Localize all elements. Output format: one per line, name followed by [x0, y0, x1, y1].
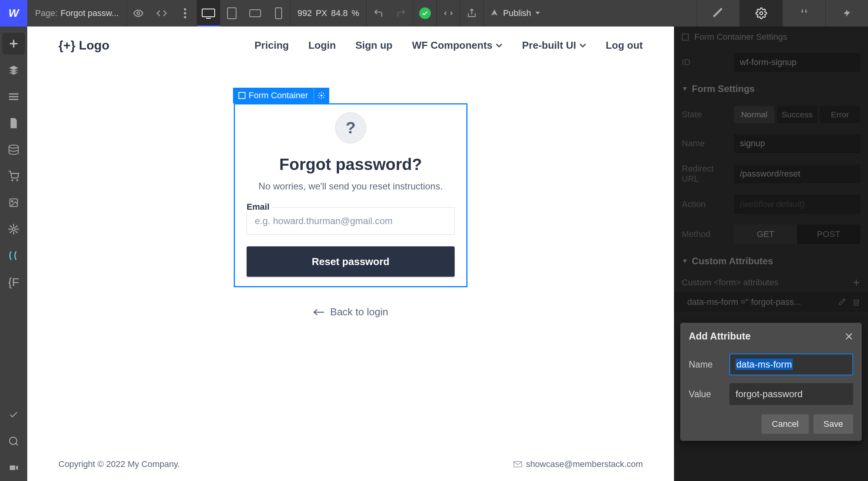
popover-close-icon[interactable]: [845, 332, 853, 341]
symbols-icon[interactable]: [0, 57, 27, 83]
id-input[interactable]: wf-form-signup: [734, 53, 860, 72]
redo-icon[interactable]: [390, 0, 413, 27]
nav-pricing[interactable]: Pricing: [254, 39, 289, 51]
code-export-icon[interactable]: [436, 0, 460, 27]
save-button[interactable]: Save: [813, 414, 853, 434]
email-input[interactable]: e.g. howard.thurman@gmail.com: [247, 208, 455, 235]
nav-wf-components[interactable]: WF Components: [412, 39, 503, 51]
attr-name-input[interactable]: data-ms-form: [729, 354, 853, 375]
reset-password-button[interactable]: Reset password: [247, 246, 455, 277]
app-icon-1[interactable]: [0, 242, 27, 269]
state-normal-button[interactable]: Normal: [734, 106, 774, 123]
page-name: Forgot passw...: [61, 8, 119, 18]
name-input[interactable]: signup: [734, 134, 860, 153]
question-mark-icon: ?: [335, 112, 366, 143]
attribute-entry-row[interactable]: data-ms-form =" forgot-pass...: [674, 292, 868, 312]
undo-icon[interactable]: [366, 0, 390, 27]
share-icon[interactable]: [460, 0, 483, 27]
breakpoint-tablet-icon[interactable]: [220, 0, 243, 27]
form-settings-heading-label: Form Settings: [692, 83, 755, 94]
webflow-logo[interactable]: W: [0, 0, 27, 27]
custom-form-attr-header: Custom <form> attributes: [674, 273, 868, 292]
state-row: State Normal Success Error: [674, 101, 868, 129]
selection-badge[interactable]: Form Container: [233, 88, 329, 103]
delete-attribute-icon[interactable]: [852, 298, 860, 306]
ecommerce-icon[interactable]: [0, 163, 27, 189]
breakpoint-mobile-icon[interactable]: [267, 0, 290, 27]
canvas-size-display[interactable]: 992 PX 84.8 %: [290, 0, 366, 27]
form-settings-heading[interactable]: ▼ Form Settings: [674, 77, 868, 101]
nav-prebuilt-ui-label: Pre-built UI: [522, 39, 576, 51]
form-subtitle: No worries, we'll send you reset instruc…: [259, 181, 443, 192]
footer-email-link[interactable]: showcase@memberstack.com: [513, 459, 643, 469]
action-row: Action (webflow default): [674, 189, 868, 219]
settings-panel-tab-icon[interactable]: [739, 0, 782, 27]
state-success-button[interactable]: Success: [777, 106, 817, 123]
search-icon[interactable]: [0, 428, 27, 454]
footer-email-text: showcase@memberstack.com: [526, 459, 643, 469]
nav-prebuilt-ui[interactable]: Pre-built UI: [522, 39, 586, 51]
method-get-button[interactable]: GET: [734, 225, 797, 244]
svg-point-18: [17, 180, 18, 180]
svg-line-23: [16, 443, 18, 445]
selection-badge-settings-icon[interactable]: [314, 88, 329, 103]
state-error-button[interactable]: Error: [820, 106, 860, 123]
add-attribute-icon[interactable]: [852, 279, 860, 286]
navigator-icon[interactable]: [0, 83, 27, 110]
svg-rect-4: [202, 9, 215, 17]
video-help-icon[interactable]: [0, 454, 27, 481]
form-container[interactable]: ? Forgot password? No worries, we'll sen…: [234, 103, 468, 287]
more-menu-icon[interactable]: [173, 0, 197, 27]
app-icon-2[interactable]: {F: [0, 269, 27, 295]
name-label: Name: [682, 138, 729, 149]
interactions-tab-icon[interactable]: [825, 0, 868, 27]
popover-title: Add Attribute: [689, 331, 751, 342]
redirect-label: Redirect URL: [682, 164, 729, 184]
method-post-button[interactable]: POST: [797, 225, 860, 244]
page-selector[interactable]: Page: Forgot passw...: [27, 8, 127, 18]
settings-icon[interactable]: [0, 216, 27, 242]
email-field-group: Email e.g. howard.thurman@gmail.com: [247, 207, 455, 235]
svg-rect-7: [250, 10, 261, 17]
method-segmented: GET POST: [734, 225, 860, 244]
breakpoint-desktop-icon[interactable]: [197, 0, 220, 27]
cms-icon[interactable]: [0, 136, 27, 163]
canvas-zoom-value: 84.8: [331, 8, 348, 18]
preview-eye-icon[interactable]: [127, 0, 150, 27]
action-input[interactable]: (webflow default): [734, 195, 860, 214]
publish-button[interactable]: Publish: [483, 0, 547, 27]
attr-value-input[interactable]: forgot-password: [729, 383, 853, 405]
arrow-left-icon: [313, 309, 325, 316]
nav-wf-components-label: WF Components: [412, 39, 493, 51]
assets-icon[interactable]: [0, 189, 27, 216]
edit-attribute-icon[interactable]: [838, 298, 846, 306]
breakpoint-landscape-mobile-icon[interactable]: [243, 0, 267, 27]
attribute-entry-text: data-ms-form =" forgot-pass...: [687, 297, 801, 307]
form-title: Forgot password?: [279, 155, 422, 174]
top-toolbar: W Page: Forgot passw... 992 PX 84.8 %: [0, 0, 868, 27]
add-attribute-popover: Add Attribute Name data-ms-form Value fo…: [680, 323, 862, 441]
style-manager-tab-icon[interactable]: [782, 0, 825, 27]
style-panel-tab-icon[interactable]: [697, 0, 739, 27]
site-header: {+} Logo Pricing Login Sign up WF Compon…: [27, 27, 674, 64]
design-canvas[interactable]: {+} Logo Pricing Login Sign up WF Compon…: [27, 27, 674, 481]
svg-point-16: [9, 145, 18, 148]
audit-icon[interactable]: [0, 401, 27, 428]
site-logo[interactable]: {+} Logo: [58, 38, 109, 53]
nav-login[interactable]: Login: [308, 39, 336, 51]
custom-code-icon[interactable]: [150, 0, 173, 27]
back-to-login-link[interactable]: Back to login: [234, 306, 468, 318]
left-sidebar: {F: [0, 27, 27, 481]
caret-down-icon: ▼: [682, 85, 688, 92]
nav-signup[interactable]: Sign up: [355, 39, 392, 51]
nav-logout[interactable]: Log out: [606, 39, 643, 51]
svg-rect-24: [10, 465, 15, 470]
pages-icon[interactable]: [0, 110, 27, 136]
status-check-icon[interactable]: [413, 0, 436, 27]
redirect-input[interactable]: /password/reset: [734, 164, 860, 183]
cancel-button[interactable]: Cancel: [762, 414, 808, 434]
add-elements-icon[interactable]: [2, 33, 25, 55]
method-label: Method: [682, 229, 729, 239]
svg-point-1: [184, 8, 186, 11]
custom-attributes-heading[interactable]: ▼ Custom Attributes: [674, 249, 868, 273]
